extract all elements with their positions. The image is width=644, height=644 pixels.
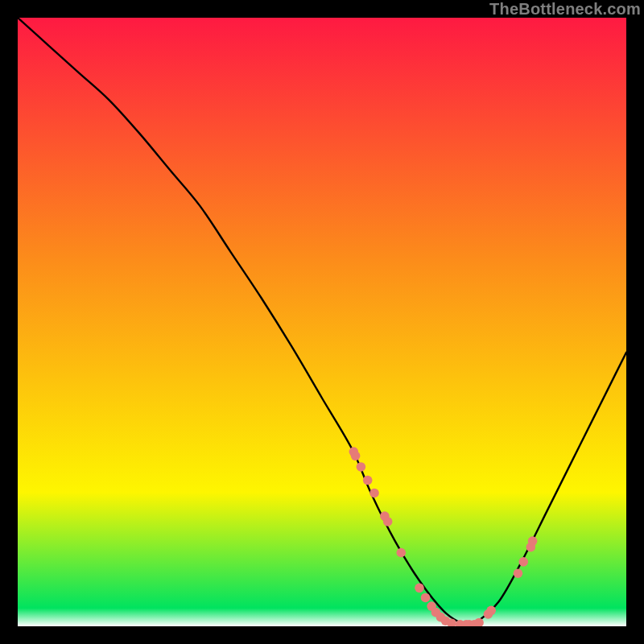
data-point [369, 489, 379, 498]
data-point [528, 536, 538, 546]
data-point [415, 584, 424, 593]
data-point [396, 548, 406, 558]
data-point [357, 462, 366, 472]
plot-area [18, 18, 626, 626]
chart-container: TheBottleneck.com [0, 0, 644, 644]
data-point [518, 557, 528, 567]
data-point [486, 606, 496, 616]
attribution-text: TheBottleneck.com [489, 0, 641, 19]
chart-svg [18, 18, 626, 626]
data-point [383, 517, 393, 526]
data-point [514, 568, 523, 578]
data-point [351, 452, 361, 461]
data-point [421, 593, 431, 603]
data-point [363, 476, 373, 485]
